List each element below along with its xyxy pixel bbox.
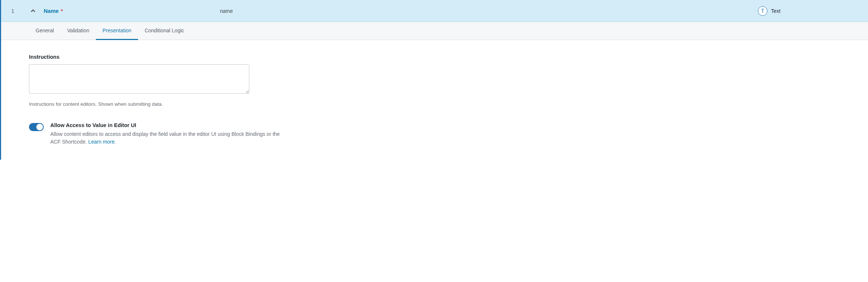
allow-access-setting: Allow Access to Value in Editor UI Allow… (29, 122, 286, 146)
tab-general[interactable]: General (29, 22, 61, 40)
field-slug: name (220, 8, 758, 14)
learn-more-link[interactable]: Learn more (88, 139, 115, 145)
instructions-label: Instructions (29, 54, 271, 60)
allow-access-text: Allow Access to Value in Editor UI Allow… (50, 122, 286, 146)
instructions-textarea[interactable] (29, 64, 249, 94)
allow-access-title: Allow Access to Value in Editor UI (50, 122, 286, 128)
tab-validation[interactable]: Validation (61, 22, 96, 40)
field-settings-panel: Instructions Instructions for content ed… (1, 40, 868, 160)
field-label-link[interactable]: Name (44, 8, 59, 14)
field-order-number: 1 (11, 8, 22, 14)
text-type-icon: T (758, 6, 767, 16)
instructions-hint: Instructions for content editors. Shown … (29, 101, 271, 107)
required-indicator: * (61, 8, 63, 14)
allow-access-description: Allow content editors to access and disp… (50, 130, 286, 146)
collapse-toggle[interactable] (22, 8, 44, 14)
toggle-knob (36, 124, 43, 130)
tab-conditional-logic[interactable]: Conditional Logic (138, 22, 191, 40)
field-label-column: Name * (44, 8, 220, 14)
allow-access-desc-text: Allow content editors to access and disp… (50, 131, 280, 145)
tabs-bar: General Validation Presentation Conditio… (1, 22, 868, 40)
chevron-up-icon (30, 8, 36, 14)
field-header: 1 Name * name T Text (1, 0, 868, 22)
field-type-column: T Text (758, 6, 861, 16)
allow-access-toggle[interactable] (29, 123, 44, 131)
period: . (115, 139, 116, 145)
field-type-label: Text (771, 8, 781, 14)
instructions-setting: Instructions Instructions for content ed… (29, 54, 271, 107)
tab-presentation[interactable]: Presentation (96, 22, 138, 40)
